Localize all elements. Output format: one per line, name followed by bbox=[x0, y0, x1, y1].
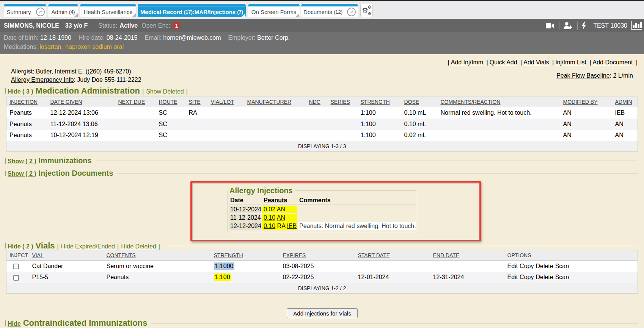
col-strength[interactable]: STRENGTH bbox=[211, 250, 280, 261]
hide-expired-link[interactable]: Hide Expired/Ended bbox=[61, 243, 115, 250]
cell-modified-by: AN bbox=[560, 107, 612, 119]
col-route[interactable]: ROUTE bbox=[156, 97, 186, 107]
cell-date: 12-12-2024 bbox=[229, 222, 261, 230]
dose-link[interactable]: 0.10 bbox=[264, 214, 275, 221]
tab-health-surveillance[interactable]: Health Surveillance bbox=[80, 4, 136, 17]
scan-link[interactable]: Scan bbox=[555, 274, 569, 280]
col-manufacturer[interactable]: MANUFACTURER bbox=[244, 97, 306, 107]
med-admin-row[interactable]: Peanuts 12-12-2024 13:06 SC RA 1:100 0.1… bbox=[6, 107, 638, 119]
col-vial-lot[interactable]: VIAL/LOT bbox=[208, 97, 244, 107]
col-admin[interactable]: ADMIN bbox=[612, 97, 638, 107]
cell-contents: Peanuts bbox=[104, 272, 211, 283]
inj-imm-list-link[interactable]: Inj/Imm List bbox=[555, 59, 586, 66]
allergy-emergency-link[interactable]: Allergy Emergency Info bbox=[11, 77, 74, 83]
contraindicated-hide-toggle[interactable]: Hide bbox=[8, 320, 21, 327]
cell-strength: 1:100 bbox=[358, 107, 401, 119]
col-contents[interactable]: CONTENTS bbox=[104, 250, 211, 261]
add-inj-imm-link[interactable]: Add Inj/Imm bbox=[451, 59, 483, 66]
allergen-column-link[interactable]: Peanuts bbox=[264, 197, 287, 203]
hide-deleted-link[interactable]: Hide Deleted bbox=[121, 243, 156, 250]
section-rule bbox=[166, 246, 638, 246]
edit-link[interactable]: Edit bbox=[507, 263, 518, 269]
col-series[interactable]: SERIES bbox=[328, 97, 358, 107]
med-admin-paging: DISPLAYING 1-3 / 3 bbox=[6, 141, 638, 152]
inject-checkbox[interactable] bbox=[13, 264, 19, 269]
medication-link[interactable]: losartan bbox=[39, 44, 61, 50]
cell-admin: AN bbox=[612, 119, 638, 130]
cell-comments: Normal red swelling. Hot to touch. bbox=[438, 107, 560, 119]
tab-medical-record[interactable]: Medical Record(17):MAR/Injections(7) bbox=[138, 4, 246, 17]
col-injection[interactable]: INJECTION bbox=[6, 97, 47, 107]
col-inject: INJECT bbox=[6, 250, 29, 261]
settings-button[interactable]: ⚙ ⚙ ⚙ bbox=[360, 4, 373, 17]
video-call-icon[interactable] bbox=[546, 23, 554, 29]
medication-link[interactable]: naproxen sodium oral bbox=[65, 44, 124, 50]
dose-link[interactable]: 0.02 bbox=[264, 206, 275, 212]
allergist-line: Allergist: Butler, Internist E. ((260) 4… bbox=[11, 67, 141, 76]
show-deleted-link[interactable]: Show Deleted bbox=[146, 88, 184, 95]
admin-initials-link[interactable]: AN bbox=[277, 206, 285, 212]
edit-link[interactable]: Edit bbox=[507, 274, 518, 280]
add-patient-icon[interactable] bbox=[563, 22, 572, 29]
copy-link[interactable]: Copy bbox=[520, 263, 534, 269]
col-comments[interactable]: COMMENTS/REACTION bbox=[438, 97, 560, 107]
col-modified-by[interactable]: MODIFIED BY bbox=[560, 97, 612, 107]
copy-link[interactable]: Copy bbox=[520, 274, 534, 280]
delete-link[interactable]: Delete bbox=[536, 274, 553, 280]
med-admin-row[interactable]: Peanuts 11-12-2024 13:06 SC 1:100 0.10 m… bbox=[6, 119, 638, 130]
flowsheet-chart-icon[interactable] bbox=[631, 21, 642, 30]
med-admin-hide-toggle[interactable]: Hide ( 3 ) bbox=[8, 88, 33, 95]
dose-link[interactable]: 0.10 bbox=[264, 223, 275, 229]
cell-dose: 0.02 AN bbox=[262, 206, 297, 213]
dob-value: 12-18-1990 bbox=[40, 34, 71, 41]
add-injections-for-vials-button[interactable]: Add Injections for Vials bbox=[287, 308, 358, 318]
admin-initials-link[interactable]: AN bbox=[277, 214, 285, 221]
cell-injection: Peanuts bbox=[6, 119, 47, 130]
scan-link[interactable]: Scan bbox=[555, 263, 569, 269]
employer-value: Better Corp. bbox=[257, 34, 290, 41]
col-vial[interactable]: VIAL bbox=[29, 250, 104, 261]
col-dose[interactable]: DOSE bbox=[401, 97, 438, 107]
patient-header: SIMMONS, NICOLE 33 y/o F Status: Active … bbox=[0, 19, 644, 32]
tab-on-screen-forms[interactable]: On Screen Forms bbox=[248, 4, 300, 17]
col-ndc[interactable]: NDC bbox=[306, 97, 328, 107]
cell-ndc bbox=[306, 119, 328, 130]
tab-admin[interactable]: Admin(4) bbox=[48, 4, 78, 17]
col-end-date[interactable]: END DATE bbox=[430, 250, 504, 261]
vials-hide-toggle[interactable]: Hide ( 2 ) bbox=[8, 243, 33, 250]
peak-flow-link[interactable]: Peak Flow Baseline bbox=[556, 72, 610, 79]
separator bbox=[5, 243, 6, 248]
add-document-link[interactable]: Add Document bbox=[593, 59, 633, 66]
cell-manufacturer bbox=[244, 119, 306, 130]
delete-link[interactable]: Delete bbox=[536, 263, 553, 269]
cell-route: SC bbox=[156, 107, 186, 119]
vials-table: INJECT VIAL CONTENTS STRENGTH EXPIRES ST… bbox=[6, 250, 638, 294]
add-vials-link[interactable]: Add Vials bbox=[523, 59, 549, 66]
page: Summary ↗ Admin(4) Health Surveillance M… bbox=[0, 0, 644, 328]
med-admin-row[interactable]: Peanuts 10-12-2024 12:19 SC 1:100 0.02 m… bbox=[6, 130, 638, 141]
tab-summary[interactable]: Summary ↗ bbox=[4, 4, 46, 17]
quick-add-link[interactable]: Quick Add bbox=[490, 59, 517, 66]
injection-documents-show-toggle[interactable]: Show ( 2 ) bbox=[8, 170, 36, 177]
allergy-emergency-value: : Judy Doe 555-111-2222 bbox=[74, 77, 141, 83]
quick-actions-icon[interactable] bbox=[581, 22, 586, 30]
peak-flow-value: : 2 L/min bbox=[610, 72, 633, 79]
col-next-due[interactable]: NEXT DUE bbox=[115, 97, 156, 107]
cell-comments bbox=[438, 119, 560, 130]
cell-strength: 1:100 bbox=[358, 119, 401, 130]
vial-row: Cat Dander Serum or vaccine 1:1000 03-08… bbox=[6, 261, 638, 272]
col-allergen: Peanuts bbox=[262, 197, 297, 205]
col-expires[interactable]: EXPIRES bbox=[280, 250, 355, 261]
tab-documents[interactable]: Documents(12) ↗ bbox=[301, 4, 358, 17]
col-date-given[interactable]: DATE GIVEN bbox=[47, 97, 115, 107]
allergy-injections-fieldset: Allergy Injections Date Peanuts Comments… bbox=[228, 186, 417, 233]
col-start-date[interactable]: START DATE bbox=[355, 250, 430, 261]
col-strength[interactable]: STRENGTH bbox=[358, 97, 401, 107]
open-encounters-badge[interactable]: 1 bbox=[173, 22, 180, 29]
col-site[interactable]: SITE bbox=[186, 97, 208, 107]
immunizations-show-toggle[interactable]: Show ( 2 ) bbox=[8, 158, 36, 165]
inject-checkbox[interactable] bbox=[13, 275, 19, 281]
allergist-link[interactable]: Allergist bbox=[11, 68, 33, 75]
admin-initials-link[interactable]: IEB bbox=[287, 223, 297, 229]
vials-title: Vials bbox=[36, 241, 55, 251]
